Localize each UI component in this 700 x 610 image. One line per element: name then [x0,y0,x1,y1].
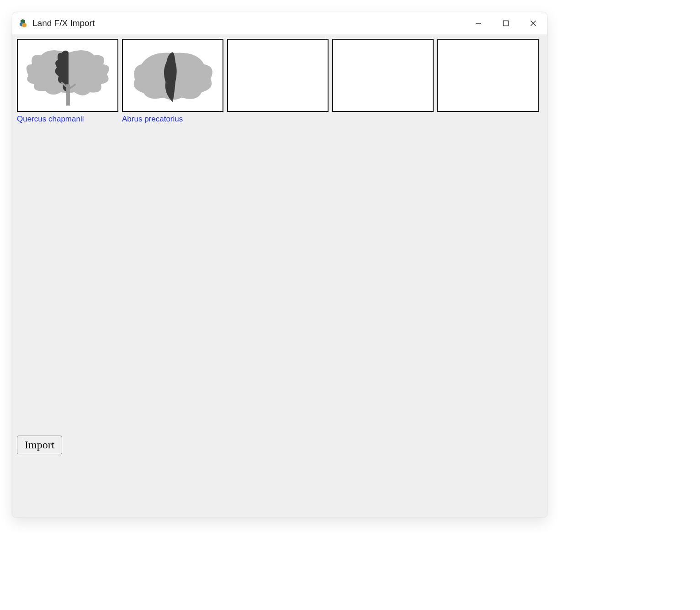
minimize-button[interactable] [465,12,492,34]
import-button[interactable]: Import [17,436,62,454]
client-area: Quercus chapmanii Abrus precatorius [12,34,547,517]
plant-slot[interactable]: Abrus precatorius [122,39,223,124]
thumbnail-row: Quercus chapmanii Abrus precatorius [17,39,542,124]
landfx-import-window: Land F/X Import [12,12,547,518]
plant-slot[interactable] [332,39,434,124]
plant-thumbnail [17,39,118,112]
close-button[interactable] [520,12,547,34]
plant-label: Quercus chapmanii [17,115,118,124]
plant-slot[interactable] [437,39,539,124]
plant-thumbnail [437,39,539,112]
window-controls [465,12,547,34]
maximize-icon [503,20,509,26]
titlebar-left: Land F/X Import [12,18,95,28]
minimize-icon [475,20,482,26]
window-title: Land F/X Import [32,18,95,28]
svg-rect-4 [504,21,509,26]
plant-label: Abrus precatorius [122,115,223,124]
maximize-button[interactable] [492,12,520,34]
close-icon [530,20,536,26]
plant-thumbnail [227,39,329,112]
titlebar: Land F/X Import [12,12,547,34]
plant-slot[interactable]: Quercus chapmanii [17,39,118,124]
plant-slot[interactable] [227,39,329,124]
landfx-app-icon [19,19,28,28]
plant-thumbnail [122,39,223,112]
plant-thumbnail [332,39,434,112]
